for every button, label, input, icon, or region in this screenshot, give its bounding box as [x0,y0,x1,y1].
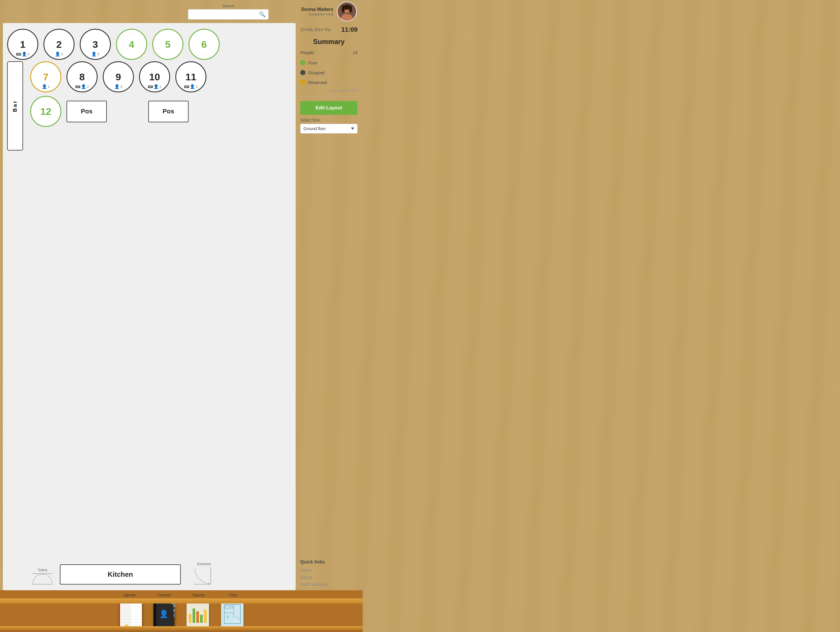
kitchen-box: Kitchen [60,564,181,585]
search-box[interactable]: 🔍 [188,9,268,20]
table-3-number: 3 [93,39,98,49]
table-9-number: 9 [116,72,121,82]
table-9[interactable]: 9 👤 4 [103,61,134,92]
floor-plan: 1 VIP 👤 3 2 👤 3 3 [3,23,296,590]
search-input[interactable] [191,12,259,17]
table-5-number: 5 [165,39,171,49]
chart-area [188,605,207,623]
person-count: 1 [48,85,49,88]
occupied-dot [300,70,305,75]
table-1[interactable]: 1 VIP 👤 3 [7,29,38,60]
floor-select[interactable]: Ground floor [300,124,358,134]
toilets-label: Toilets [38,568,47,572]
app-label-floor: Floor [222,593,245,597]
legend-free: Free [300,59,358,66]
search-icon[interactable]: 🔍 [259,11,265,17]
table-7[interactable]: 7 👤 1 [30,61,61,92]
person-icon: 👤 [190,84,195,89]
row2-with-bar: Bar 7 👤 1 8 [7,61,291,151]
edit-layout-button[interactable]: Edit Layout [300,101,358,115]
person-count: 2 [196,85,197,88]
svg-point-4 [342,5,345,13]
person-count: 1 [159,85,161,88]
table-2[interactable]: 2 👤 3 [43,29,74,60]
person-icon: 👤 [81,84,86,89]
user-info: Donna Walters Customer Host [302,7,333,16]
vip-badge: VIP [148,85,153,88]
table-8[interactable]: 8 VIP 👤 2 [66,61,98,92]
user-role: Customer Host [302,12,333,16]
select-floor-label: Select floor [300,118,358,122]
people-label: People: [300,50,315,55]
table-5[interactable]: 5 [152,29,183,60]
person-icon: 👤 [22,52,27,57]
svg-rect-10 [231,606,233,608]
shelf-plank [0,626,363,632]
header: Search 🔍 Donna Walters Customer Host [0,0,363,23]
floor-icon [221,602,243,627]
bottom-fixtures: Toilets Kitchen Entrance [30,558,291,585]
bar-5 [204,610,207,623]
table-8-number: 8 [79,72,85,82]
book-right-page [131,602,142,627]
app-floor[interactable] [221,602,244,627]
table-7-number: 7 [43,72,49,82]
bar-label: Bar [12,100,18,112]
legend-occupied: Ocupied [300,69,358,76]
free-dot [300,60,305,65]
svg-rect-6 [224,605,240,624]
table-12-number: 12 [40,107,51,116]
table-row-2: 7 👤 1 8 VIP 👤 2 [30,61,291,92]
pos-box-2[interactable]: Pos [148,101,189,122]
datetime-row: 13 Feb 2014 Thu 11:09 [300,26,358,33]
table-4-number: 4 [129,39,134,49]
app-agenda[interactable] [119,602,142,627]
pos-box-1[interactable]: Pos [66,101,107,122]
bar-4 [200,615,203,623]
person-icon: 👤 [114,84,120,89]
toilets-area: Toilets [30,568,55,585]
table-11-number: 11 [185,72,196,82]
toilets-line [33,584,53,585]
table-3[interactable]: 3 👤 3 [80,29,111,60]
time-display: 11:09 [341,26,358,33]
quick-link-staff-directory[interactable]: Staff Directory [300,582,358,587]
bar-2 [193,608,195,623]
table-4[interactable]: 4 [116,29,147,60]
table-12[interactable]: 12 [30,96,61,127]
table-10[interactable]: 10 VIP 👤 1 [139,61,170,92]
user-area: Donna Walters Customer Host [302,2,357,22]
vip-badge: VIP [184,85,189,88]
app-reports[interactable] [186,602,210,627]
content-area: 1 VIP 👤 3 2 👤 3 3 [3,23,360,590]
floor-select-area: Select floor Ground floor [300,118,358,134]
app-label-agenda: Agenda [118,593,141,597]
quick-link-menu[interactable]: Menu [300,567,358,573]
user-name: Donna Walters [302,7,333,12]
person-count: 4 [120,85,122,88]
table-6[interactable]: 6 [189,29,219,60]
shelf-apps: 👤 1 [0,601,363,627]
search-label: Search [223,4,234,8]
sidebar-panel: 13 Feb 2014 Thu 11:09 Summary People: 18… [298,23,360,590]
quick-link-billing[interactable]: Billing [300,574,358,580]
entrance-door [192,567,211,585]
person-icon: 👤 [153,84,159,89]
bar-column: Bar [7,61,26,151]
person-icon: 👤 [55,52,60,57]
table-row-1: 1 VIP 👤 3 2 👤 3 3 [7,29,291,60]
free-label: Free [308,60,317,65]
entrance-label: Entrance [197,562,211,566]
table-10-number: 10 [149,72,160,82]
occupied-label: Ocupied [308,70,324,75]
bar-element: Bar [7,61,23,151]
bar-3 [196,611,199,623]
search-area: Search 🔍 [188,4,268,20]
person-icon: 👤 [91,52,97,57]
bar-1 [189,614,191,623]
app-contacts[interactable]: 👤 1 [153,601,175,627]
table-2-number: 2 [57,39,62,49]
legend-reserved: Reserved [300,79,358,86]
entrance-area: Entrance [185,562,211,585]
table-11[interactable]: 11 VIP 👤 2 [175,61,207,92]
